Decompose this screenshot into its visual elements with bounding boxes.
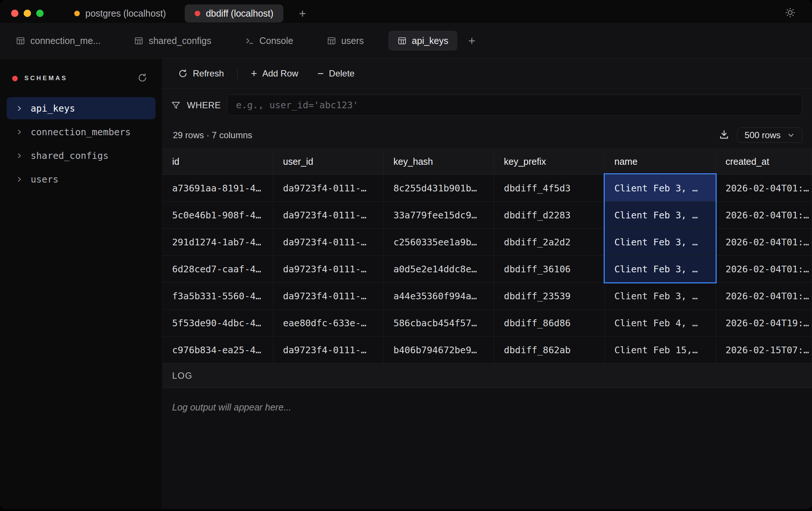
column-header-name[interactable]: name <box>605 149 716 174</box>
table-cell[interactable]: dbdiff_86d86 <box>494 310 605 336</box>
tab-console[interactable]: Console <box>245 31 293 51</box>
connection-tab-postgres[interactable]: postgres (localhost) <box>64 4 176 23</box>
sidebar-item-users[interactable]: users <box>7 168 156 190</box>
table-cell[interactable]: eae80dfc-633e-… <box>273 310 384 336</box>
table-cell[interactable]: c2560335ee1a9b… <box>384 229 494 255</box>
tab-label: users <box>341 35 364 46</box>
table-cell[interactable]: da9723f4-0111-… <box>273 202 384 228</box>
connection-tab-dbdiff[interactable]: dbdiff (localhost) <box>185 4 283 23</box>
table-cell[interactable]: 2026-02-04T01:… <box>716 283 812 309</box>
sidebar-item-connection_members[interactable]: connection_members <box>7 121 156 143</box>
column-header-key_hash[interactable]: key_hash <box>384 149 494 174</box>
table-cell[interactable]: f3a5b331-5560-4… <box>163 283 273 309</box>
table-icon <box>16 36 25 45</box>
connection-status-icon <box>12 76 18 81</box>
table-cell[interactable]: da9723f4-0111-… <box>273 283 384 309</box>
table-cell[interactable]: 291d1274-1ab7-4… <box>163 229 273 255</box>
tab-api-keys[interactable]: api_keys <box>388 31 457 51</box>
schema-list: api_keysconnection_membersshared_configs… <box>0 97 162 190</box>
sidebar-item-api_keys[interactable]: api_keys <box>7 97 156 119</box>
filter-icon <box>171 100 181 110</box>
table-cell[interactable]: Client Feb 3, … <box>605 283 716 309</box>
table-cell[interactable]: dbdiff_d2283 <box>494 202 605 228</box>
table-cell[interactable]: Client Feb 3, … <box>605 175 716 201</box>
table-row: 5f53de90-4dbc-4…eae80dfc-633e-…586cbacb4… <box>163 310 812 337</box>
table-cell[interactable]: da9723f4-0111-… <box>273 229 384 255</box>
chevron-down-icon <box>787 132 795 139</box>
table-cell[interactable]: 2026-02-04T01:… <box>716 175 812 201</box>
table-icon <box>134 36 144 45</box>
table-cell[interactable]: 6d28ced7-caaf-4… <box>163 256 273 282</box>
where-filter-input[interactable] <box>227 95 802 116</box>
traffic-lights <box>11 10 44 17</box>
connection-tab-label: postgres (localhost) <box>85 8 166 19</box>
export-button[interactable] <box>719 129 730 142</box>
table-cell[interactable]: da9723f4-0111-… <box>273 337 384 363</box>
table-cell[interactable]: a44e35360f994a… <box>384 283 494 309</box>
table-cell[interactable]: dbdiff_4f5d3 <box>494 175 605 201</box>
table-cell[interactable]: 2026-02-04T01:… <box>716 229 812 255</box>
chevron-right-icon <box>16 105 23 112</box>
table-cell[interactable]: a0d5e2e14ddc8e… <box>384 256 494 282</box>
column-header-key_prefix[interactable]: key_prefix <box>494 149 605 174</box>
table-cell[interactable]: Client Feb 3, … <box>605 229 716 255</box>
refresh-button[interactable]: Refresh <box>178 68 224 79</box>
table-cell[interactable]: 2026-02-04T19:… <box>716 310 812 336</box>
table-cell[interactable]: 586cbacb454f57… <box>384 310 494 336</box>
new-tab-button[interactable]: + <box>468 35 475 47</box>
refresh-schemas-button[interactable] <box>137 73 147 84</box>
table-cell[interactable]: dbdiff_36106 <box>494 256 605 282</box>
tab-label: connection_me... <box>30 35 100 46</box>
sidebar: SCHEMAS api_keysconnection_membersshared… <box>0 59 163 509</box>
table-cell[interactable]: 8c255d431b901b… <box>384 175 494 201</box>
tab-users[interactable]: users <box>327 31 364 51</box>
minimize-window-button[interactable] <box>24 10 31 17</box>
delete-row-button[interactable]: − Delete <box>317 68 354 79</box>
table-cell[interactable]: b406b794672be9… <box>384 337 494 363</box>
table-cell[interactable]: 2026-02-04T01:… <box>716 256 812 282</box>
table-icon <box>397 36 407 45</box>
table-cell[interactable]: dbdiff_862ab <box>494 337 605 363</box>
theme-toggle-button[interactable] <box>785 7 796 20</box>
table-cell[interactable]: c976b834-ea25-4… <box>163 337 273 363</box>
stats-actions: 500 rows <box>719 127 802 143</box>
tab-shared-configs[interactable]: shared_configs <box>134 31 211 51</box>
column-header-user_id[interactable]: user_id <box>273 149 384 174</box>
table-cell[interactable]: dbdiff_23539 <box>494 283 605 309</box>
connection-tab-label: dbdiff (localhost) <box>206 8 273 19</box>
tab-connection-me-[interactable]: connection_me... <box>16 31 100 51</box>
plus-icon: + <box>299 7 306 20</box>
table-cell[interactable]: Client Feb 3, … <box>605 256 716 282</box>
table-cell[interactable]: 5f53de90-4dbc-4… <box>163 310 273 336</box>
table-cell[interactable]: Client Feb 15,… <box>605 337 716 363</box>
maximize-window-button[interactable] <box>36 10 44 17</box>
log-output-area: Log output will appear here... <box>163 388 812 509</box>
table-row: 6d28ced7-caaf-4…da9723f4-0111-…a0d5e2e14… <box>163 256 812 283</box>
table-cell[interactable]: dbdiff_2a2d2 <box>494 229 605 255</box>
table-cell[interactable]: Client Feb 4, … <box>605 310 716 336</box>
schema-item-label: api_keys <box>31 103 75 114</box>
table-cell[interactable]: 5c0e46b1-908f-4… <box>163 202 273 228</box>
table-cell[interactable]: da9723f4-0111-… <box>273 256 384 282</box>
table-cell[interactable]: 33a779fee15dc9… <box>384 202 494 228</box>
table-cell[interactable]: 2026-02-15T07:… <box>716 337 812 363</box>
download-icon <box>719 129 730 142</box>
table-cell[interactable]: a73691aa-8191-4… <box>163 175 273 201</box>
close-window-button[interactable] <box>11 10 18 17</box>
new-connection-button[interactable]: + <box>295 7 310 20</box>
sun-icon <box>785 7 796 20</box>
table-cell[interactable]: da9723f4-0111-… <box>273 175 384 201</box>
add-row-button[interactable]: + Add Row <box>251 68 298 79</box>
column-header-id[interactable]: id <box>163 149 273 174</box>
row-column-count: 29 rows · 7 columns <box>173 130 252 140</box>
tab-label: Console <box>259 35 293 46</box>
schema-item-label: shared_configs <box>31 150 109 161</box>
page-size-select[interactable]: 500 rows <box>737 127 802 143</box>
sidebar-item-shared_configs[interactable]: shared_configs <box>7 144 156 167</box>
table-cell[interactable]: Client Feb 3, … <box>605 202 716 228</box>
column-header-created_at[interactable]: created_at <box>716 149 812 174</box>
body-row: SCHEMAS api_keysconnection_membersshared… <box>0 59 812 509</box>
connection-dot-icon <box>195 11 200 16</box>
table-cell[interactable]: 2026-02-04T01:… <box>716 202 812 228</box>
refresh-label: Refresh <box>193 68 224 79</box>
